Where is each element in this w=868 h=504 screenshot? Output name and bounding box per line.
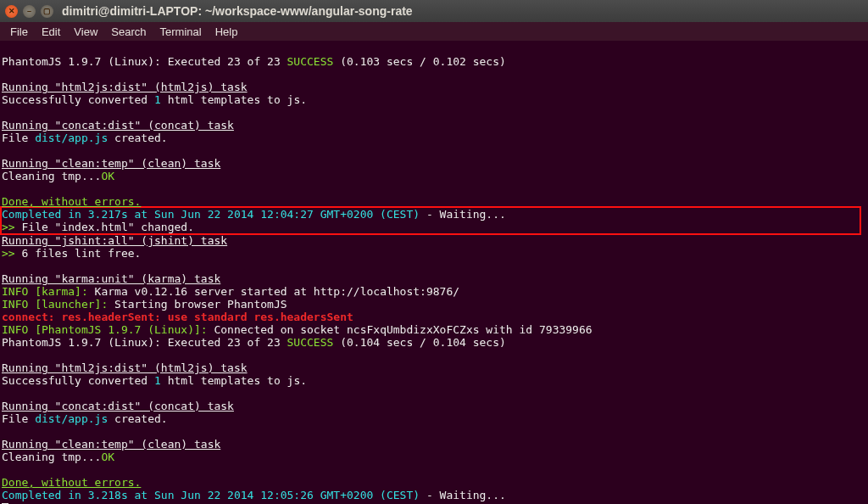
maximize-icon[interactable]: ▢ [41, 5, 53, 18]
task-heading-concat-1: Running "concat:dist" (concat) task [2, 119, 234, 132]
highlight-box: Completed in 3.217s at Sun Jun 22 2014 1… [0, 206, 861, 235]
line-completed-1: Completed in 3.217s at Sun Jun 22 2014 1… [2, 208, 420, 221]
menu-file[interactable]: File [5, 24, 33, 40]
line-file-changed: >> File "index.html" changed. [2, 221, 194, 233]
window-buttons: ✕ – ▢ [5, 5, 53, 18]
line-done-1: Done, without errors. [2, 195, 141, 208]
titlebar: ✕ – ▢ dimitri@dimitri-LAPTOP: ~/workspac… [0, 0, 868, 22]
close-icon[interactable]: ✕ [5, 5, 18, 18]
line-converted-1: Successfully converted 1 html templates … [2, 93, 307, 106]
line-phantom-2: PhantomJS 1.9.7 (Linux): Executed 23 of … [2, 336, 506, 349]
task-heading-jshint: Running "jshint:all" (jshint) task [2, 234, 227, 247]
line-lint: >> 6 files lint free. [2, 247, 141, 260]
line-karma-info: INFO [karma]: Karma v0.12.16 server star… [2, 285, 459, 298]
line-launcher-info: INFO [launcher]: Starting browser Phanto… [2, 298, 287, 311]
menu-help[interactable]: Help [210, 24, 243, 40]
line-file-created-2: File dist/app.js created. [2, 412, 168, 425]
line-file-created-1: File dist/app.js created. [2, 132, 168, 144]
menu-terminal[interactable]: Terminal [155, 24, 207, 40]
line-converted-2: Successfully converted 1 html templates … [2, 374, 307, 387]
task-heading-concat-2: Running "concat:dist" (concat) task [2, 400, 234, 412]
line-connect-error: connect: res.headerSent: use standard re… [2, 311, 353, 323]
line-completed-2: Completed in 3.218s at Sun Jun 22 2014 1… [2, 489, 506, 501]
line-clean-1: Cleaning tmp...OK [2, 170, 114, 182]
menu-view[interactable]: View [69, 24, 103, 40]
minimize-icon[interactable]: – [23, 5, 36, 18]
task-heading-clean-1: Running "clean:temp" (clean) task [2, 157, 220, 170]
task-heading-karma: Running "karma:unit" (karma) task [2, 272, 220, 285]
menu-search[interactable]: Search [106, 24, 151, 40]
line-done-2: Done, without errors. [2, 476, 141, 489]
line-phantom-info: INFO [PhantomJS 1.9.7 (Linux)]: Connecte… [2, 323, 593, 336]
line-clean-2: Cleaning tmp...OK [2, 451, 114, 463]
task-heading-html2js-2: Running "html2js:dist" (html2js) task [2, 361, 248, 374]
window-title: dimitri@dimitri-LAPTOP: ~/workspace-www/… [62, 4, 413, 18]
terminal-output[interactable]: PhantomJS 1.9.7 (Linux): Executed 23 of … [0, 41, 868, 504]
line-phantom-1: PhantomJS 1.9.7 (Linux): Executed 23 of … [2, 55, 506, 68]
task-heading-html2js-1: Running "html2js:dist" (html2js) task [2, 81, 248, 93]
task-heading-clean-2: Running "clean:temp" (clean) task [2, 438, 220, 451]
menubar: File Edit View Search Terminal Help [0, 22, 868, 41]
menu-edit[interactable]: Edit [36, 24, 65, 40]
